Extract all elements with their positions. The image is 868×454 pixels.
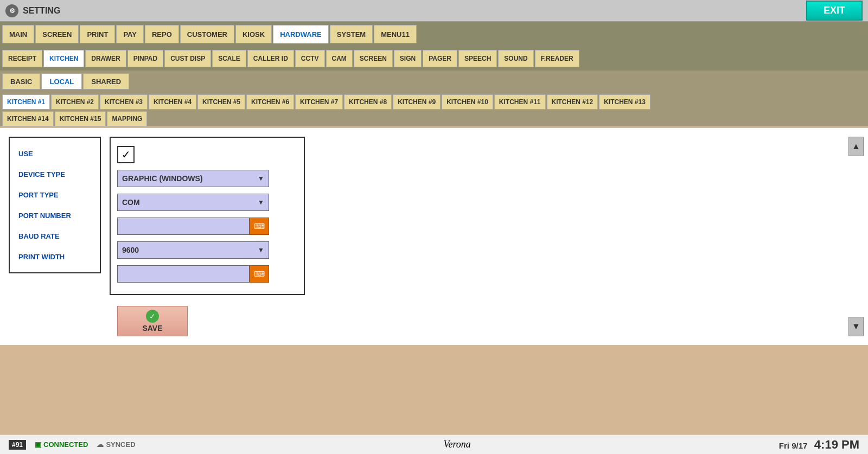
tab-mapping[interactable]: MAPPING: [107, 111, 147, 126]
status-datetime: Fri 9/17 4:19 PM: [779, 438, 859, 452]
date-display: Fri 9/17: [779, 441, 808, 450]
nav-row-1: MAIN SCREEN PRINT PAY REPO CUSTOMER KIOS…: [0, 22, 868, 47]
synced-indicator: ☁ SYNCED: [97, 440, 135, 449]
port-number-input-group: ⌨: [117, 218, 269, 235]
station-number: #91: [9, 440, 26, 450]
tab-sign[interactable]: SIGN: [394, 50, 422, 67]
bottom-area: [0, 345, 868, 388]
tab-kitchen-13[interactable]: KITCHEN #13: [599, 94, 650, 110]
tab-main[interactable]: MAIN: [2, 25, 34, 43]
tab-speech[interactable]: SPEECH: [458, 50, 497, 67]
tab-kitchen-9[interactable]: KITCHEN #9: [393, 94, 441, 110]
baud-rate-dropdown[interactable]: 9600 ▼: [117, 241, 269, 259]
tab-kitchen-15[interactable]: KITCHEN #15: [55, 111, 106, 126]
time-display: 4:19 PM: [814, 438, 859, 451]
label-print-width: PRINT WIDTH: [18, 246, 91, 267]
device-type-value: GRAPHIC (WINDOWS): [122, 174, 203, 183]
tab-kitchen-14[interactable]: KITCHEN #14: [2, 111, 54, 126]
tab-freader[interactable]: F.READER: [535, 50, 579, 67]
tab-kiosk[interactable]: KIOSK: [235, 25, 272, 43]
tab-hardware[interactable]: HARDWARE: [273, 25, 329, 43]
tab-shared[interactable]: SHARED: [83, 73, 129, 89]
tab-caller-id[interactable]: CALLER ID: [247, 50, 294, 67]
tab-system[interactable]: SYSTEM: [330, 25, 373, 43]
print-width-keyboard-button[interactable]: ⌨: [250, 265, 269, 283]
tab-cust-disp[interactable]: CUST DISP: [164, 50, 211, 67]
tab-cctv[interactable]: CCTV: [295, 50, 325, 67]
tab-basic[interactable]: BASIC: [2, 73, 40, 89]
tab-repo[interactable]: REPO: [145, 25, 179, 43]
print-width-row: ⌨: [117, 264, 297, 284]
tab-kitchen-2[interactable]: KITCHEN #2: [51, 94, 99, 110]
tab-kitchen-6[interactable]: KITCHEN #6: [246, 94, 294, 110]
port-type-dropdown[interactable]: COM ▼: [117, 194, 269, 211]
print-width-input-group: ⌨: [117, 265, 269, 283]
port-number-input[interactable]: [117, 218, 250, 235]
save-button[interactable]: ✓ SAVE: [117, 306, 188, 336]
tab-screen[interactable]: SCREEN: [35, 25, 79, 43]
print-width-input[interactable]: [117, 265, 250, 283]
tab-screen2[interactable]: SCREEN: [354, 50, 393, 67]
connected-label: CONNECTED: [43, 440, 88, 449]
tab-pay[interactable]: PAY: [116, 25, 144, 43]
tab-scale[interactable]: SCALE: [212, 50, 246, 67]
tab-kitchen-4[interactable]: KITCHEN #4: [149, 94, 196, 110]
tab-sound[interactable]: SOUND: [498, 50, 533, 67]
tab-kitchen-1[interactable]: KITCHEN #1: [2, 94, 50, 110]
tab-customer[interactable]: CUSTOMER: [180, 25, 234, 43]
use-checkbox[interactable]: ✓: [117, 146, 135, 163]
connected-indicator: ▣ CONNECTED: [35, 440, 88, 449]
exit-button[interactable]: EXIT: [806, 1, 863, 21]
nav-row-2: RECEIPT KITCHEN DRAWER PINPAD CUST DISP …: [0, 47, 868, 71]
label-port-type: PORT TYPE: [18, 184, 91, 205]
scroll-up-area: ▲: [848, 137, 864, 156]
tab-cam[interactable]: CAM: [326, 50, 353, 67]
controls-panel: ✓ GRAPHIC (WINDOWS) ▼ COM ▼ ⌨: [110, 137, 305, 295]
labels-panel: USE DEVICE TYPE PORT TYPE PORT NUMBER BA…: [9, 137, 101, 273]
save-area: ✓ SAVE: [117, 306, 859, 336]
cloud-icon: ☁: [97, 440, 104, 449]
tab-kitchen-3[interactable]: KITCHEN #3: [100, 94, 148, 110]
label-port-number: PORT NUMBER: [18, 205, 91, 226]
tab-menu11[interactable]: MENU11: [374, 25, 417, 43]
tab-kitchen-8[interactable]: KITCHEN #8: [344, 94, 392, 110]
tab-pinpad[interactable]: PINPAD: [127, 50, 163, 67]
tab-kitchen-10[interactable]: KITCHEN #10: [442, 94, 493, 110]
tab-kitchen-7[interactable]: KITCHEN #7: [295, 94, 343, 110]
kitchen-row-1: KITCHEN #1 KITCHEN #2 KITCHEN #3 KITCHEN…: [2, 94, 866, 110]
tab-print[interactable]: PRINT: [80, 25, 115, 43]
label-baud-rate: BAUD RATE: [18, 226, 91, 246]
port-type-arrow: ▼: [258, 199, 264, 206]
tab-drawer[interactable]: DRAWER: [85, 50, 126, 67]
tab-kitchen[interactable]: KITCHEN: [43, 50, 84, 67]
kitchen-row-2: KITCHEN #14 KITCHEN #15 MAPPING: [2, 111, 866, 126]
content-area: USE DEVICE TYPE PORT TYPE PORT NUMBER BA…: [9, 137, 859, 295]
restaurant-name: Verona: [444, 439, 471, 450]
tab-kitchen-11[interactable]: KITCHEN #11: [494, 94, 546, 110]
title-bar-left: ⚙ SETTING: [5, 4, 60, 17]
tab-receipt[interactable]: RECEIPT: [2, 50, 42, 67]
scroll-down-button[interactable]: ▼: [848, 317, 864, 336]
tab-kitchen-5[interactable]: KITCHEN #5: [197, 94, 245, 110]
port-number-keyboard-button[interactable]: ⌨: [250, 218, 269, 235]
port-number-row: ⌨: [117, 216, 297, 236]
gear-icon: ⚙: [5, 4, 18, 17]
kitchen-tabs-area: KITCHEN #1 KITCHEN #2 KITCHEN #3 KITCHEN…: [0, 92, 868, 126]
device-type-row: GRAPHIC (WINDOWS) ▼: [117, 168, 297, 189]
status-bar: #91 ▣ CONNECTED ☁ SYNCED Verona Fri 9/17…: [0, 434, 868, 454]
device-type-arrow: ▼: [258, 175, 264, 182]
app-title: SETTING: [23, 6, 60, 16]
save-label: SAVE: [142, 324, 162, 332]
main-content: USE DEVICE TYPE PORT TYPE PORT NUMBER BA…: [0, 128, 868, 345]
nav-row-3: BASIC LOCAL SHARED: [0, 71, 868, 92]
tab-local[interactable]: LOCAL: [41, 73, 82, 89]
device-type-dropdown[interactable]: GRAPHIC (WINDOWS) ▼: [117, 170, 269, 187]
label-device-type: DEVICE TYPE: [18, 164, 91, 184]
tab-kitchen-12[interactable]: KITCHEN #12: [547, 94, 598, 110]
tab-pager[interactable]: PAGER: [423, 50, 457, 67]
baud-rate-arrow: ▼: [258, 246, 264, 254]
scroll-up-button[interactable]: ▲: [848, 137, 864, 156]
title-bar: ⚙ SETTING EXIT: [0, 0, 868, 22]
scroll-down-area: ▼: [848, 317, 864, 336]
status-left: #91 ▣ CONNECTED ☁ SYNCED: [9, 440, 136, 450]
